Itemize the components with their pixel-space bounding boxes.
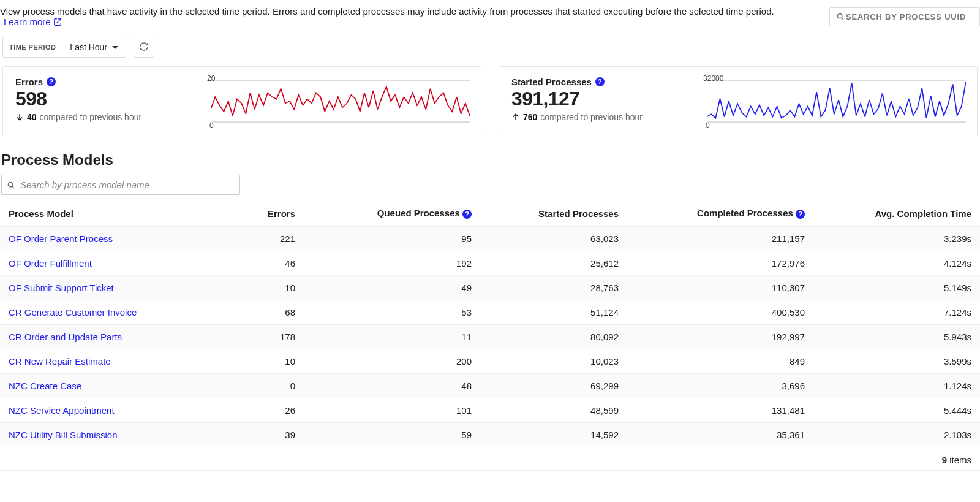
cell-completed: 131,481 [627, 398, 813, 423]
col-completed[interactable]: Completed Processes ? [627, 200, 813, 227]
process-model-link[interactable]: OF Submit Support Ticket [9, 283, 114, 293]
process-model-link[interactable]: OF Order Parent Process [9, 234, 113, 244]
help-icon[interactable]: ? [796, 210, 805, 219]
process-models-table: Process Model Errors Queued Processes ? … [0, 200, 980, 447]
cell-started: 25,612 [480, 251, 627, 276]
search-process-model-box[interactable] [1, 175, 240, 195]
process-model-link[interactable]: NZC Create Case [9, 381, 81, 391]
col-errors[interactable]: Errors [235, 200, 304, 227]
cell-errors: 10 [235, 276, 304, 300]
items-label-text: items [949, 455, 971, 465]
table-row: CR New Repair Estimate1020010,0238493.59… [0, 349, 980, 374]
refresh-icon [139, 42, 149, 53]
cell-started: 69,299 [480, 374, 627, 398]
cell-errors: 46 [235, 251, 304, 276]
cell-started: 51,124 [480, 300, 627, 325]
table-row: OF Order Parent Process2219563,023211,15… [0, 227, 980, 251]
errors-delta: 40 [27, 112, 37, 122]
errors-sparkline: 20 0 [211, 77, 470, 127]
cell-queued: 200 [304, 349, 480, 374]
cell-completed: 849 [627, 349, 813, 374]
items-count: 9 [942, 455, 947, 465]
table-row: OF Order Fulfillment4619225,612172,9764.… [0, 251, 980, 276]
started-compare-text: compared to previous hour [540, 112, 643, 122]
cell-started: 10,023 [480, 349, 627, 374]
started-delta: 760 [523, 112, 537, 122]
cell-completed: 3,696 [627, 374, 813, 398]
errors-card-title: Errors [15, 77, 43, 87]
table-row: OF Submit Support Ticket104928,763110,30… [0, 276, 980, 300]
cell-queued: 49 [304, 276, 480, 300]
process-model-link[interactable]: CR Generate Customer Invoice [9, 307, 137, 318]
cell-started: 48,599 [480, 398, 627, 423]
intro-text: View process models that have activity i… [0, 6, 821, 27]
refresh-button[interactable] [134, 37, 154, 58]
col-avg[interactable]: Avg. Completion Time [813, 200, 980, 227]
cell-queued: 11 [304, 325, 480, 349]
col-name[interactable]: Process Model [0, 200, 235, 227]
cell-avg: 2.103s [813, 423, 980, 447]
started-card-value: 391,127 [511, 88, 707, 110]
time-period-value[interactable]: Last Hour [62, 37, 126, 57]
table-footer: 9 items [0, 447, 980, 471]
svg-line-9 [12, 186, 14, 188]
errors-card-value: 598 [15, 88, 211, 110]
process-model-link[interactable]: CR Order and Update Parts [9, 332, 122, 342]
cell-avg: 5.444s [813, 398, 980, 423]
search-icon [836, 12, 845, 21]
search-uuid-input[interactable] [845, 12, 973, 22]
process-model-link[interactable]: NZC Utility Bill Submission [9, 430, 118, 440]
table-row: NZC Service Appointment2610148,599131,48… [0, 398, 980, 423]
time-period-selector[interactable]: TIME PERIOD Last Hour [2, 37, 126, 58]
table-row: CR Generate Customer Invoice685351,12440… [0, 300, 980, 325]
table-row: NZC Utility Bill Submission395914,59235,… [0, 423, 980, 447]
started-ymin: 0 [706, 121, 710, 130]
search-process-model-input[interactable] [19, 179, 235, 191]
time-period-text: Last Hour [70, 42, 107, 52]
started-card: Started Processes ? 391,127 760 compared… [499, 66, 978, 135]
cell-errors: 68 [235, 300, 304, 325]
search-icon [7, 181, 15, 189]
cell-completed: 172,976 [627, 251, 813, 276]
cell-completed: 400,530 [627, 300, 813, 325]
process-model-link[interactable]: NZC Service Appointment [9, 405, 115, 416]
cell-errors: 178 [235, 325, 304, 349]
process-model-link[interactable]: CR New Repair Estimate [9, 356, 111, 367]
col-queued[interactable]: Queued Processes ? [304, 200, 480, 227]
intro-copy: View process models that have activity i… [0, 6, 774, 17]
search-uuid-box[interactable] [829, 7, 980, 26]
started-sparkline: 32000 0 [707, 77, 966, 127]
errors-card: Errors ? 598 40 compared to previous hou… [2, 66, 481, 135]
cell-errors: 39 [235, 423, 304, 447]
cell-queued: 48 [304, 374, 480, 398]
col-started[interactable]: Started Processes [480, 200, 627, 227]
cell-completed: 35,361 [627, 423, 813, 447]
help-icon[interactable]: ? [47, 77, 56, 86]
cell-errors: 0 [235, 374, 304, 398]
cell-queued: 192 [304, 251, 480, 276]
svg-point-0 [837, 13, 842, 18]
cell-queued: 101 [304, 398, 480, 423]
cell-completed: 211,157 [627, 227, 813, 251]
cell-avg: 3.239s [813, 227, 980, 251]
learn-more-link[interactable]: Learn more [4, 17, 62, 27]
chevron-down-icon [112, 46, 118, 49]
cell-completed: 110,307 [627, 276, 813, 300]
svg-point-8 [8, 182, 13, 187]
section-title: Process Models [1, 151, 980, 169]
process-model-link[interactable]: OF Order Fulfillment [9, 258, 92, 268]
time-period-label: TIME PERIOD [3, 44, 62, 51]
cell-errors: 26 [235, 398, 304, 423]
table-row: NZC Create Case04869,2993,6961.124s [0, 374, 980, 398]
cell-started: 63,023 [480, 227, 627, 251]
external-link-icon [53, 18, 62, 26]
cell-avg: 5.943s [813, 325, 980, 349]
help-icon[interactable]: ? [462, 210, 472, 219]
started-card-title: Started Processes [511, 77, 592, 87]
started-ymax: 32000 [703, 74, 723, 83]
help-icon[interactable]: ? [595, 77, 605, 86]
cell-errors: 10 [235, 349, 304, 374]
cell-started: 28,763 [480, 276, 627, 300]
arrow-up-icon [511, 113, 520, 121]
col-completed-label: Completed Processes [697, 208, 793, 218]
